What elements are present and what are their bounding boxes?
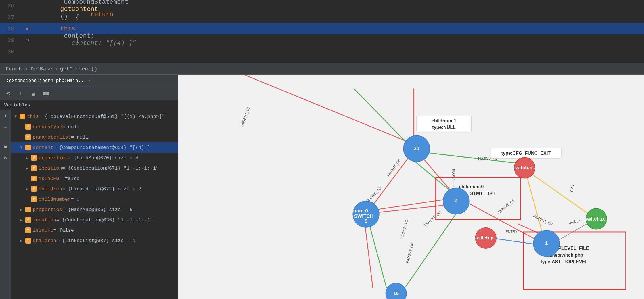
edge-exit	[529, 172, 589, 214]
var-isInCFG-top[interactable]: f isInCFG = false	[12, 225, 178, 235]
edge-label-exit: EXIT	[570, 184, 576, 193]
field-icon-10: f	[25, 207, 31, 212]
field-icon-7: f	[31, 176, 37, 181]
edge-label-parent-of-4: PARENT_OF	[497, 198, 515, 215]
line-gutter-28: ●	[20, 26, 34, 32]
var-name-properties-top: properties	[33, 207, 62, 212]
field-icon: f	[20, 114, 25, 119]
table-view-icon[interactable]: ▤	[1, 141, 11, 152]
space	[60, 18, 64, 25]
var-childNumber[interactable]: f childNumber = 0	[12, 194, 178, 204]
var-value-isInCFG-child: = false	[59, 176, 79, 181]
edge-label-parent-of-2: PARENT_OF	[386, 158, 402, 178]
var-value-properties-child: = {HashMap@670} size = 4	[68, 155, 138, 161]
node-5-type: SWITCH	[354, 214, 373, 219]
line-gutter-29: ○	[20, 37, 34, 44]
var-returnType[interactable]: f returnType = null	[12, 122, 178, 132]
edge-green-4-down	[406, 212, 458, 287]
toolbar: ⟲ ↕ ▦ ≡≡	[0, 87, 178, 100]
code-line-29: 29 ○ }	[0, 34, 644, 46]
var-parameterList[interactable]: f parameterList = null	[12, 132, 178, 142]
var-name-children-child: children	[39, 186, 62, 192]
graph-panel: PARENT_OF PARENT_OF FLOWS_TO FLOWS_TO PA…	[178, 75, 644, 299]
field-icon-5: f	[31, 155, 37, 161]
line-content-29: }	[34, 30, 644, 51]
var-value-childNumber: = 0	[71, 197, 80, 202]
breadcrumb-separator: ›	[55, 66, 58, 72]
var-properties-child[interactable]: ▶ f properties = {HashMap@670} size = 4	[12, 153, 178, 163]
edge-flows-to-top-30	[354, 89, 408, 145]
node-30-label: 30	[414, 146, 419, 151]
variables-section-header: Variables	[0, 100, 178, 110]
var-name-location-child: location	[39, 166, 62, 171]
node-switchp2-label: switch.p...	[474, 235, 498, 241]
var-value-parameterList: = null	[71, 135, 89, 140]
field-icon-4: f	[25, 145, 31, 150]
remove-watch-icon[interactable]: −	[1, 123, 11, 133]
line-number-29: 29	[0, 37, 20, 44]
loop-icon[interactable]: ∞	[1, 153, 11, 163]
node-4-label: 4	[455, 198, 458, 204]
expand-content: ▼	[20, 145, 25, 150]
node-5-num: num:0	[353, 208, 368, 214]
add-watch-icon[interactable]: +	[1, 111, 11, 122]
expand-location: ▶	[26, 166, 31, 171]
bottom-section: :extensions:joern-php:Main... × ⟲ ↕ ▦ ≡≡…	[0, 75, 644, 299]
panel-with-side: + − ▤ ∞ ▼ f this = {TopLevelFunctionDef@…	[0, 110, 178, 299]
var-value-properties-top: = {HashMap@635} size = 5	[62, 207, 133, 212]
field-icon-12: f	[25, 227, 31, 233]
edge-label-flows-to: FLOWS_TO	[366, 186, 382, 203]
var-location-top[interactable]: ▶ f location = {CodeLocation@636} "1:-1:…	[12, 215, 178, 225]
edge-label-parent-of-5: PARENT_OF	[532, 214, 553, 227]
restart-icon[interactable]: ⟲	[3, 89, 13, 99]
bookmark-icon: ○	[25, 37, 29, 44]
side-icons: + − ▤ ∞	[0, 110, 12, 299]
var-value-location-child: = {CodeLocation@671} "1:-1:-1:-1"	[62, 166, 159, 171]
var-this[interactable]: ▼ f this = {TopLevelFunctionDef@561} "[(…	[12, 111, 178, 122]
var-name-parameterList: parameterList	[33, 135, 71, 140]
edge-label-entry: ENTRY	[505, 230, 518, 234]
edge-entry	[493, 238, 535, 244]
var-isInCFG-child[interactable]: f isInCFG = false	[12, 173, 178, 184]
var-name-isInCFG-child: isInCFG	[39, 176, 59, 181]
node-5-label: 5	[365, 218, 367, 224]
edge-label-flows-to-2: FLOWS_TO	[400, 219, 409, 239]
tooltip-30-line1: childnum:1	[432, 118, 456, 123]
node-16-label: 16	[393, 291, 399, 296]
field-icon-6: f	[31, 165, 37, 171]
tab-label: :extensions:joern-php:Main...	[6, 78, 86, 83]
tab-joern[interactable]: :extensions:joern-php:Main... ×	[3, 75, 94, 87]
var-value-isInCFG-top: = false	[53, 228, 74, 233]
line-number-26: 26	[0, 3, 20, 9]
var-value-returnType: = null	[62, 124, 80, 130]
tooltip-cfg-text: type:CFG_FUNC_EXIT	[501, 150, 551, 156]
field-icon-9: f	[31, 196, 37, 202]
var-name-childNumber: childNumber	[39, 197, 71, 202]
filter-icon[interactable]: ≡≡	[41, 89, 51, 99]
var-name-returnType: returnType	[33, 124, 62, 130]
edge-label-flows-to-3: FLOWS_TO	[451, 169, 456, 189]
breadcrumb: FunctionDefBase › getContent()	[0, 63, 644, 75]
var-value-children-child: = {LinkedList@672} size = 2	[62, 186, 141, 192]
var-properties-top[interactable]: ▶ f properties = {HashMap@635} size = 5	[12, 204, 178, 215]
brace-close: }	[60, 37, 79, 44]
var-location-child[interactable]: ▶ f location = {CodeLocation@671} "1:-1:…	[12, 163, 178, 173]
var-children-top[interactable]: ▶ f children = {LinkedList@637} size = 1	[12, 235, 178, 246]
grid-icon[interactable]: ▦	[28, 89, 39, 99]
line-number-27: 27	[0, 14, 20, 21]
expand-children-top: ▶	[20, 238, 25, 243]
line-number-30: 30	[0, 49, 20, 55]
step-icon[interactable]: ↕	[16, 89, 26, 99]
edge-red-5-30	[370, 154, 411, 209]
edge-parent-of-1	[244, 75, 411, 143]
tab-close-button[interactable]: ×	[88, 78, 90, 83]
var-value-children-top: = {LinkedList@637} size = 1	[56, 238, 135, 244]
expand-properties-top: ▶	[20, 207, 25, 212]
var-content[interactable]: ▼ f content = {CompoundStatement@634} "[…	[12, 142, 178, 153]
field-icon-13: f	[25, 238, 31, 244]
graph-svg: PARENT_OF PARENT_OF FLOWS_TO FLOWS_TO PA…	[178, 75, 644, 299]
var-children-child[interactable]: ▶ f children = {LinkedList@672} size = 2	[12, 184, 178, 194]
var-name-location-top: location	[33, 217, 56, 223]
tooltip-1-line3: type:AST_TOPLEVEL	[540, 259, 588, 264]
expand-location-top: ▶	[20, 218, 25, 223]
